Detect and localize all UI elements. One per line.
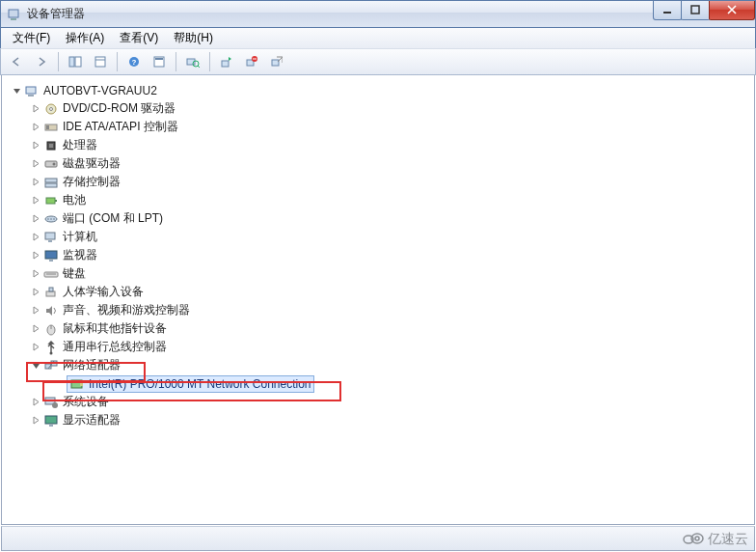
svg-rect-21 (28, 95, 34, 97)
disk-icon (43, 156, 59, 172)
expand-toggle-icon[interactable] (31, 213, 41, 224)
expand-toggle-icon[interactable] (31, 195, 41, 206)
expand-toggle-icon[interactable] (12, 85, 22, 96)
svg-text:?: ? (132, 58, 137, 67)
expand-toggle-icon[interactable] (31, 250, 41, 261)
tree-node[interactable]: 声音、视频和游戏控制器 (6, 301, 754, 319)
show-hide-tree-button[interactable] (64, 51, 87, 72)
svg-rect-33 (55, 200, 57, 202)
svg-rect-20 (26, 87, 36, 94)
computer-icon (43, 230, 59, 245)
svg-rect-39 (48, 240, 52, 242)
svg-rect-38 (45, 233, 55, 239)
expand-toggle-icon[interactable] (31, 415, 41, 426)
minimize-button[interactable] (653, 1, 682, 20)
tree-node[interactable]: 电池 (6, 191, 754, 209)
menu-view[interactable]: 查看(V) (112, 28, 166, 48)
expand-toggle-icon[interactable] (31, 323, 41, 334)
svg-rect-56 (45, 416, 57, 424)
help-button[interactable]: ? (122, 51, 146, 72)
tree-node[interactable]: 处理器 (6, 136, 754, 154)
system-icon (43, 395, 59, 410)
separator (176, 52, 176, 71)
app-icon (7, 7, 22, 22)
properties-button[interactable] (148, 51, 171, 72)
watermark-text: 亿速云 (708, 531, 748, 548)
close-button[interactable] (709, 1, 755, 20)
menu-help[interactable]: 帮助(H) (166, 28, 221, 48)
uninstall-button[interactable] (240, 51, 263, 72)
properties-button-2[interactable] (89, 51, 112, 72)
menu-action[interactable]: 操作(A) (58, 28, 112, 48)
forward-button[interactable] (30, 51, 53, 72)
expand-toggle-icon[interactable] (31, 397, 41, 407)
node-label: 显示适配器 (63, 412, 121, 428)
monitor-icon (43, 248, 59, 263)
node-label: 鼠标和其他指针设备 (63, 320, 167, 337)
node-label: IDE ATA/ATAPI 控制器 (63, 119, 178, 135)
scan-hardware-button[interactable] (181, 51, 204, 72)
node-label: 声音、视频和游戏控制器 (63, 302, 190, 318)
keyboard-icon (43, 266, 59, 282)
tree-node[interactable]: 键盘 (6, 264, 754, 283)
svg-point-35 (47, 218, 49, 220)
expand-toggle-icon[interactable] (31, 287, 41, 297)
tree-root-node[interactable]: AUTOBVT-VGRAUU2 (6, 81, 754, 99)
expand-toggle-icon[interactable] (31, 342, 41, 352)
tree-node[interactable]: 鼠标和其他指针设备 (6, 319, 754, 338)
tree-view[interactable]: AUTOBVT-VGRAUU2DVD/CD-ROM 驱动器IDE ATA/ATA… (1, 75, 755, 525)
tree-node[interactable]: DVD/CD-ROM 驱动器 (6, 99, 754, 118)
tree-node[interactable]: 显示适配器 (6, 411, 754, 429)
network-icon (43, 358, 59, 373)
expand-toggle-icon[interactable] (31, 305, 41, 316)
menu-bar: 文件(F) 操作(A) 查看(V) 帮助(H) (0, 28, 756, 48)
cpu-icon (43, 138, 59, 153)
expand-toggle-icon[interactable] (31, 122, 41, 132)
tree-node[interactable]: IDE ATA/ATAPI 控制器 (6, 118, 754, 136)
expand-toggle-icon[interactable] (31, 158, 41, 169)
node-label: Intel(R) PRO/1000 MT Network Connection (89, 377, 311, 391)
display-icon (43, 413, 59, 428)
node-label: 电池 (63, 192, 86, 208)
tree-node[interactable]: 磁盘驱动器 (6, 154, 754, 173)
svg-rect-57 (49, 425, 53, 427)
tree-node[interactable]: 计算机 (6, 228, 754, 246)
svg-rect-25 (46, 125, 49, 129)
svg-point-48 (50, 351, 53, 354)
watermark: 亿速云 (682, 530, 748, 548)
svg-rect-0 (9, 10, 18, 17)
expand-toggle-icon[interactable] (31, 232, 41, 242)
window-title: 设备管理器 (27, 6, 654, 22)
separator (117, 52, 118, 71)
tree-node-network-device[interactable]: Intel(R) PRO/1000 MT Network Connection (6, 374, 754, 393)
disable-button[interactable] (265, 51, 288, 72)
node-label: 系统设备 (63, 394, 109, 410)
expand-toggle-icon[interactable] (31, 360, 41, 371)
svg-point-55 (52, 402, 58, 408)
tree-node[interactable]: 人体学输入设备 (6, 283, 754, 301)
tree-node[interactable]: 存储控制器 (6, 173, 754, 191)
svg-point-23 (50, 107, 53, 110)
node-label: 处理器 (63, 137, 97, 153)
expand-toggle-icon[interactable] (31, 177, 41, 187)
expand-toggle-icon[interactable] (31, 268, 41, 279)
menu-file[interactable]: 文件(F) (5, 28, 58, 48)
update-driver-button[interactable] (215, 51, 238, 72)
back-button[interactable] (5, 51, 28, 72)
tree-node-network-adapters[interactable]: 网络适配器 (6, 356, 754, 374)
expand-toggle-icon[interactable] (31, 103, 41, 114)
tree-node[interactable]: 系统设备 (6, 393, 754, 411)
maximize-button[interactable] (681, 1, 710, 20)
svg-point-29 (53, 162, 56, 165)
node-label: 监视器 (63, 247, 97, 263)
svg-rect-5 (75, 57, 81, 67)
node-label: 人体学输入设备 (63, 284, 144, 300)
svg-rect-32 (46, 198, 55, 204)
svg-rect-40 (45, 251, 57, 259)
tree-node[interactable]: 通用串行总线控制器 (6, 338, 754, 356)
svg-rect-2 (663, 12, 671, 14)
tree-node[interactable]: 端口 (COM 和 LPT) (6, 209, 754, 228)
tree-node[interactable]: 监视器 (6, 246, 754, 264)
svg-rect-6 (95, 57, 105, 67)
expand-toggle-icon[interactable] (31, 140, 41, 151)
